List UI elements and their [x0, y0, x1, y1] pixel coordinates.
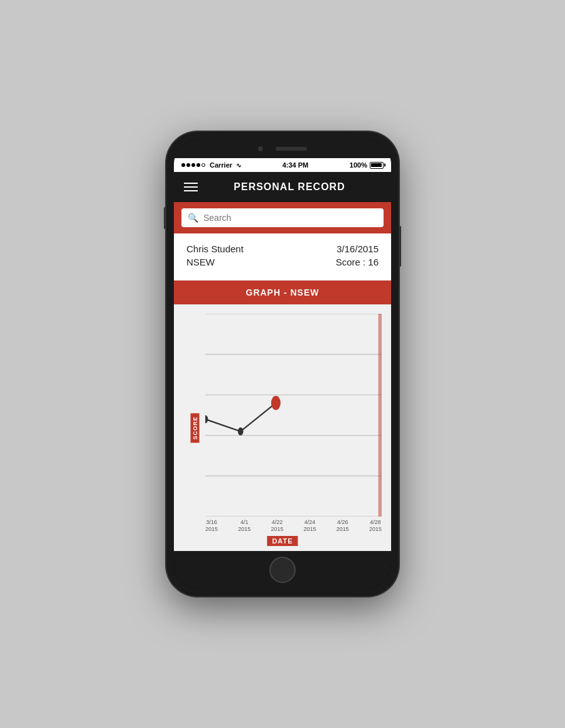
- app-title: PERSONAL RECORD: [198, 181, 381, 193]
- top-notch: [174, 139, 391, 158]
- x-axis-title: DATE: [267, 535, 298, 546]
- record-row-1: Chris Student 3/16/2015: [186, 244, 379, 254]
- record-row-2: NSEW Score : 16: [186, 257, 379, 267]
- speaker: [276, 147, 307, 151]
- battery-percent-label: 100%: [350, 161, 367, 169]
- hamburger-line-2: [184, 186, 198, 188]
- record-type: NSEW: [186, 257, 215, 267]
- x-axis-labels: 3/16 2015 4/1 2015 4/22 2015 4/24 2015: [205, 519, 382, 533]
- signal-dot-4: [196, 163, 200, 167]
- phone-inner: Carrier ∿ 4:34 PM 100%: [174, 139, 391, 589]
- app-header: PERSONAL RECORD: [174, 172, 391, 202]
- graph-title: GRAPH - NSEW: [246, 287, 320, 297]
- x-label-1: 4/1 2015: [238, 519, 250, 533]
- svg-line-13: [240, 403, 276, 431]
- screen: PERSONAL RECORD 🔍 + Chris Student 3/16/2…: [174, 172, 391, 551]
- hamburger-menu-button[interactable]: [184, 183, 198, 191]
- hamburger-line-3: [184, 190, 198, 191]
- status-right: 100%: [350, 161, 384, 169]
- wifi-icon: ∿: [236, 162, 241, 169]
- signal-dots: [181, 163, 205, 167]
- record-card: Chris Student 3/16/2015 NSEW Score : 16: [174, 233, 391, 281]
- signal-dot-3: [191, 163, 195, 167]
- record-score: Score : 16: [336, 257, 379, 267]
- record-date: 3/16/2015: [336, 244, 379, 254]
- search-bar: 🔍: [181, 208, 384, 227]
- signal-dot-2: [186, 163, 190, 167]
- data-point-1: [205, 415, 208, 424]
- battery-fill: [371, 163, 382, 167]
- record-name: Chris Student: [186, 244, 244, 254]
- x-label-4: 4/26 2015: [336, 519, 349, 533]
- status-left: Carrier ∿: [181, 161, 241, 169]
- y-axis-label: SCORE: [191, 413, 200, 442]
- front-camera: [258, 146, 263, 151]
- battery-icon: [370, 162, 384, 169]
- x-label-3: 4/24 2015: [304, 519, 316, 533]
- graph-header: GRAPH - NSEW: [174, 281, 391, 304]
- status-time: 4:34 PM: [282, 161, 309, 169]
- x-label-0: 3/16 2015: [205, 519, 218, 533]
- search-input[interactable]: [203, 213, 377, 223]
- svg-rect-14: [379, 314, 382, 517]
- phone-frame: Carrier ∿ 4:34 PM 100%: [166, 132, 399, 596]
- battery-body: [370, 162, 384, 169]
- x-label-5: 4/28 2015: [369, 519, 382, 533]
- x-label-2: 4/22 2015: [271, 519, 283, 533]
- chart-svg: 25 20 15 10 5 0: [205, 314, 382, 517]
- hamburger-line-1: [184, 183, 198, 184]
- status-bar: Carrier ∿ 4:34 PM 100%: [174, 158, 391, 172]
- home-button-area: [174, 551, 391, 589]
- search-icon: 🔍: [188, 213, 198, 223]
- signal-dot-5: [202, 163, 205, 167]
- data-point-3: [271, 396, 281, 410]
- home-button[interactable]: [269, 557, 296, 583]
- signal-dot-1: [181, 163, 185, 167]
- data-point-2: [238, 427, 244, 436]
- chart-container: SCORE 25 20 15 10 5 0: [174, 304, 391, 551]
- search-area: 🔍 +: [174, 202, 391, 233]
- carrier-label: Carrier: [210, 161, 232, 169]
- svg-line-12: [205, 419, 240, 431]
